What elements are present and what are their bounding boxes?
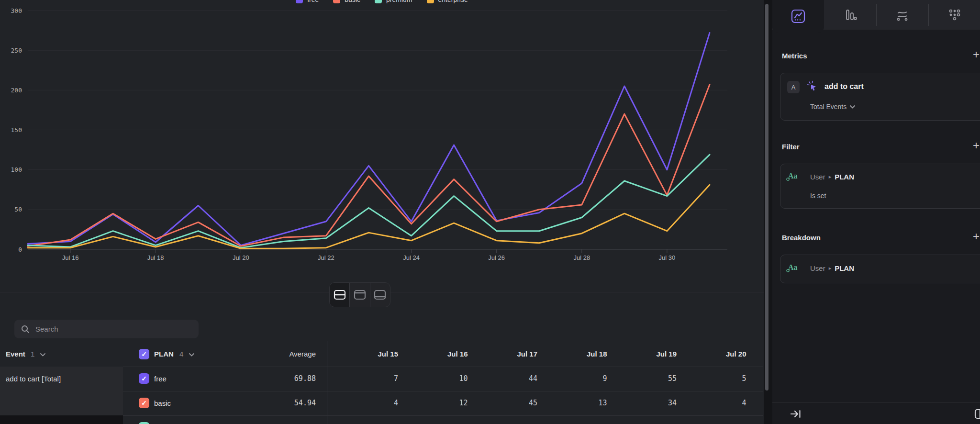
row-cell-value: 44 xyxy=(470,367,537,391)
metric-card[interactable]: A add to cart Total Events xyxy=(780,73,980,121)
row-average-value: 69.88 xyxy=(249,367,316,391)
y-axis-tick-label: 0 xyxy=(18,246,22,253)
date-column-header: Jul 20 xyxy=(679,342,746,366)
split-half-icon xyxy=(334,290,346,300)
date-column-header: Jul 15 xyxy=(331,342,398,366)
row-plan-label: premium xyxy=(154,415,182,424)
filter-section-title: Filter xyxy=(782,143,800,151)
filter-condition[interactable]: Is set xyxy=(810,192,826,200)
line-chart[interactable]: 050100150200250300Jul 16Jul 18Jul 20Jul … xyxy=(0,0,764,268)
analytics-dashboard: freebasicpremiumenterprise 0501001502002… xyxy=(0,0,980,424)
dots-grid-icon xyxy=(946,7,962,23)
filter-property[interactable]: User ▸ PLAN xyxy=(810,173,854,181)
row-cell-value: 4 xyxy=(331,391,398,415)
x-axis-tick-label: Jul 20 xyxy=(233,254,249,261)
y-axis-tick-label: 300 xyxy=(11,7,22,14)
row-cell-value: 45 xyxy=(470,391,537,415)
row-checkbox-basic[interactable]: ✓ xyxy=(139,398,149,408)
breakdown-section-title: Breakdown xyxy=(782,234,821,242)
series-line-enterprise[interactable] xyxy=(28,185,710,248)
row-checkbox-free[interactable]: ✓ xyxy=(139,373,149,384)
row-plan-label: basic xyxy=(154,391,171,415)
x-axis-tick-label: Jul 18 xyxy=(147,254,164,261)
row-average-value: 33.00 xyxy=(249,415,316,424)
event-cursor-icon xyxy=(806,80,819,93)
tab-line-chart[interactable] xyxy=(772,0,824,33)
row-cell-value: 7 xyxy=(331,367,398,391)
bar-chart-icon xyxy=(842,7,858,23)
divider xyxy=(772,402,980,402)
layout-table-focus-button[interactable] xyxy=(370,283,390,307)
series-line-premium[interactable] xyxy=(28,155,710,248)
filter-card[interactable]: Aa User ▸ PLAN Is set xyxy=(780,164,980,209)
vertical-scrollbar[interactable] xyxy=(765,4,768,391)
x-axis-tick-label: Jul 26 xyxy=(488,254,505,261)
breakdown-property[interactable]: User ▸ PLAN xyxy=(810,264,854,272)
stacked-waves-icon xyxy=(894,7,910,23)
panel-layout-icon[interactable] xyxy=(974,408,980,420)
event-cell[interactable]: add to cart [Total] xyxy=(0,367,123,415)
search-placeholder: Search xyxy=(35,325,58,333)
row-cell-value: 5 xyxy=(540,415,607,424)
layout-chart-focus-button[interactable] xyxy=(350,283,370,307)
y-axis-tick-label: 200 xyxy=(11,87,22,94)
row-cell-value: 34 xyxy=(610,391,677,415)
row-checkbox-premium[interactable]: ✓ xyxy=(139,422,149,424)
breakdown-card[interactable]: Aa User ▸ PLAN xyxy=(780,255,980,283)
row-cell-value: 23 xyxy=(610,415,677,424)
table-focus-icon xyxy=(374,290,386,300)
table-row-free[interactable]: ✓free69.88710449555 xyxy=(123,367,764,391)
y-axis-tick-label: 150 xyxy=(11,126,22,134)
plan-header-checkbox[interactable]: ✓ xyxy=(139,349,149,359)
event-cell-under xyxy=(0,415,123,424)
search-icon xyxy=(21,325,30,334)
row-cell-value: 2 xyxy=(679,415,746,424)
add-breakdown-button[interactable]: + xyxy=(970,230,980,243)
y-axis-tick-label: 50 xyxy=(14,206,22,213)
row-cell-value: 55 xyxy=(610,367,677,391)
row-cell-value: 10 xyxy=(401,367,468,391)
text-property-icon: Aa xyxy=(788,263,798,272)
panel-gutter xyxy=(764,0,772,424)
row-cell-value: 5 xyxy=(679,367,746,391)
row-cell-value: 12 xyxy=(401,391,468,415)
tab-stacked-waves[interactable] xyxy=(876,0,928,30)
row-cell-value: 13 xyxy=(540,391,607,415)
layout-toggle-group xyxy=(329,282,390,307)
tab-more-chart-types[interactable] xyxy=(928,0,980,30)
table-row-premium[interactable]: ✓premium33.0053235232 xyxy=(123,415,764,424)
layout-split-half-button[interactable] xyxy=(330,283,350,307)
text-property-icon: Aa xyxy=(788,172,798,180)
date-column-header: Jul 16 xyxy=(401,342,468,366)
event-cell-label: add to cart [Total] xyxy=(6,367,61,391)
search-input[interactable]: Search xyxy=(14,320,199,338)
row-cell-value: 9 xyxy=(540,367,607,391)
date-column-header: Jul 18 xyxy=(540,342,607,366)
add-filter-button[interactable]: + xyxy=(970,139,980,152)
chart-type-tabbar xyxy=(772,0,980,30)
series-line-free[interactable] xyxy=(28,33,710,245)
metric-measure-dropdown[interactable]: Total Events xyxy=(810,103,855,111)
chevron-down-icon xyxy=(850,105,855,109)
x-axis-tick-label: Jul 30 xyxy=(659,254,676,261)
metric-event-name: add to cart xyxy=(824,82,864,91)
row-average-value: 54.94 xyxy=(249,391,316,415)
event-column-header[interactable]: Event 1 xyxy=(6,342,45,366)
date-column-header: Jul 17 xyxy=(470,342,537,366)
line-chart-icon xyxy=(790,8,806,24)
row-cell-value: 3 xyxy=(401,415,468,424)
collapse-panel-icon[interactable] xyxy=(790,408,802,420)
plan-column-header[interactable]: PLAN 4 xyxy=(154,342,194,366)
main-panel: freebasicpremiumenterprise 0501001502002… xyxy=(0,0,764,424)
tab-bar-chart[interactable] xyxy=(824,0,876,30)
add-metric-button[interactable]: + xyxy=(970,48,980,61)
date-column-header: Jul 19 xyxy=(610,342,677,366)
metrics-section-title: Metrics xyxy=(782,52,807,60)
metric-letter-badge: A xyxy=(787,81,800,93)
row-plan-label: free xyxy=(154,367,167,391)
row-cell-value: 5 xyxy=(331,415,398,424)
row-cell-value: 23 xyxy=(470,415,537,424)
x-axis-tick-label: Jul 22 xyxy=(318,254,334,261)
table-row-basic[interactable]: ✓basic54.944124513344 xyxy=(123,391,764,415)
row-cell-value: 4 xyxy=(679,391,746,415)
